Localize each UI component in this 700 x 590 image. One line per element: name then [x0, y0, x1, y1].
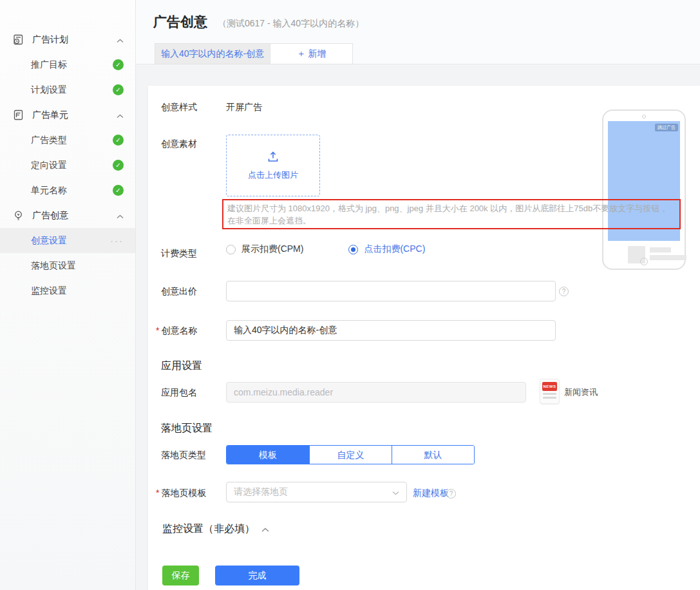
app-name-label: 新闻资讯	[564, 386, 598, 398]
sidebar-item-unit-name[interactable]: 单元名称 ✓	[0, 178, 135, 203]
landing-type-segmented: 模板 自定义 默认	[226, 445, 475, 464]
creative-form-card: 跳过广告 创意样式 开屏广告 创意素材 点击上传图片 建议图片尺寸为 1080x…	[148, 86, 700, 590]
page-header: 广告创意 （测试0617 - 输入40字以内的名称）	[153, 13, 364, 31]
radio-cpm-label: 展示扣费(CPM)	[241, 243, 303, 255]
upload-label: 点击上传图片	[248, 169, 298, 181]
sidebar-group-label: 广告创意	[32, 210, 68, 222]
package-input	[226, 382, 526, 403]
check-icon: ✓	[113, 84, 124, 95]
sidebar-item-label: 单元名称	[31, 185, 67, 196]
billing-type-label: 计费类型	[161, 248, 197, 260]
app-icon-line	[543, 397, 556, 399]
chevron-up-icon	[117, 110, 124, 120]
help-icon[interactable]: ?	[446, 489, 456, 499]
radio-cpc-label: 点击扣费(CPC)	[364, 243, 425, 255]
app-section-title: 应用设置	[161, 359, 202, 373]
phone-text-placeholder	[650, 255, 686, 260]
app-news-icon: NEWS	[540, 379, 560, 404]
chevron-up-icon	[261, 524, 269, 535]
phone-text-placeholder	[650, 247, 671, 252]
sidebar-item-plan-settings[interactable]: 计划设置 ✓	[0, 77, 135, 102]
required-mark: *	[156, 325, 159, 336]
tab-creative-name[interactable]: 输入40字以内的名称-创意	[155, 43, 270, 64]
sidebar-item-promotion-goal[interactable]: 推广目标 ✓	[0, 52, 135, 77]
billing-type-options: 展示扣费(CPM) 点击扣费(CPC)	[226, 243, 425, 255]
sidebar-item-label: 推广目标	[31, 59, 67, 71]
landing-type-default-button[interactable]: 默认	[392, 446, 474, 464]
help-icon[interactable]: ?	[559, 287, 569, 296]
sidebar-item-ad-type[interactable]: 广告类型 ✓	[0, 128, 135, 153]
creative-bid-input[interactable]	[226, 281, 556, 301]
sidebar-group-label: 广告单元	[32, 109, 68, 121]
landing-section-title: 落地页设置	[161, 422, 213, 435]
creative-name-label: *创意名称	[156, 325, 197, 337]
more-actions-icon[interactable]: ···	[110, 235, 124, 246]
landing-type-custom-button[interactable]: 自定义	[309, 446, 392, 464]
landing-type-label: 落地页类型	[161, 450, 206, 461]
check-icon: ✓	[113, 59, 124, 70]
unit-icon	[12, 109, 24, 122]
sidebar-item-targeting[interactable]: 定向设置 ✓	[0, 153, 135, 178]
save-button[interactable]: 保存	[162, 566, 199, 585]
creative-style-value: 开屏广告	[226, 102, 262, 113]
page: 广告计划 推广目标 ✓ 计划设置 ✓ 广告单元	[0, 0, 700, 590]
done-button[interactable]: 完成	[215, 566, 299, 585]
check-icon: ✓	[113, 160, 124, 171]
tab-add-new[interactable]: ＋ 新增	[270, 43, 353, 64]
required-mark: *	[156, 488, 159, 498]
upload-image-button[interactable]: 点击上传图片	[226, 135, 320, 196]
sidebar-group-label: 广告计划	[32, 34, 68, 46]
creative-material-label: 创意素材	[161, 138, 197, 150]
radio-circle-checked-icon	[348, 245, 358, 254]
creative-name-input[interactable]	[226, 320, 556, 341]
tab-add-label: 新增	[308, 48, 326, 59]
chevron-down-icon	[392, 487, 399, 497]
plan-icon	[12, 33, 24, 46]
sidebar: 广告计划 推广目标 ✓ 计划设置 ✓ 广告单元	[0, 0, 136, 590]
select-placeholder: 请选择落地页	[234, 486, 392, 498]
phone-preview: 跳过广告	[602, 109, 686, 270]
annotation-highlight: 建议图片尺寸为 1080x1920，格式为 jpg、png、jpeg 并且大小在…	[222, 199, 681, 229]
radio-cpm[interactable]: 展示扣费(CPM)	[226, 243, 303, 255]
check-icon: ✓	[113, 185, 124, 196]
sidebar-item-label: 计划设置	[31, 84, 67, 96]
app-icon-line	[543, 393, 556, 395]
app-icon-banner: NEWS	[542, 382, 557, 391]
phone-camera-dot	[642, 115, 646, 119]
sidebar-item-monitor-settings[interactable]: 监控设置	[0, 278, 135, 303]
chevron-up-icon	[117, 211, 124, 221]
creative-style-label: 创意样式	[161, 102, 197, 113]
monitor-section-header[interactable]: 监控设置（非必填）	[162, 522, 269, 536]
creative-bid-label: 创意出价	[161, 286, 197, 298]
new-template-link[interactable]: 新建模板	[413, 488, 449, 499]
package-label: 应用包名	[161, 387, 197, 399]
radio-circle-icon	[226, 245, 236, 254]
sidebar-group-ad-creative[interactable]: 广告创意	[0, 203, 135, 228]
plus-icon: ＋	[297, 48, 306, 59]
check-icon: ✓	[113, 135, 124, 146]
material-hint-text: 建议图片尺寸为 1080x1920，格式为 jpg、png、jpeg 并且大小在…	[227, 204, 668, 225]
landing-template-select[interactable]: 请选择落地页	[226, 482, 407, 502]
sidebar-item-creative-settings[interactable]: 创意设置 ···	[0, 228, 135, 253]
sidebar-group-ad-plan[interactable]: 广告计划	[0, 27, 135, 52]
chevron-up-icon	[117, 35, 124, 45]
sidebar-item-label: 创意设置	[31, 235, 67, 247]
sidebar-item-label: 监控设置	[31, 285, 67, 297]
radio-cpc[interactable]: 点击扣费(CPC)	[348, 243, 425, 255]
skip-ad-badge: 跳过广告	[655, 124, 678, 131]
phone-home-button	[640, 258, 648, 265]
upload-icon	[267, 150, 279, 165]
monitor-section-title: 监控设置（非必填）	[162, 522, 255, 536]
idea-icon	[12, 209, 24, 222]
landing-type-template-button[interactable]: 模板	[227, 446, 309, 464]
sidebar-item-label: 广告类型	[31, 135, 67, 146]
creative-tabs: 输入40字以内的名称-创意 ＋ 新增	[155, 43, 353, 64]
sidebar-item-landing-settings[interactable]: 落地页设置	[0, 253, 135, 278]
page-title: 广告创意	[153, 13, 207, 31]
sidebar-item-label: 落地页设置	[31, 260, 76, 272]
landing-template-label: *落地页模板	[156, 488, 206, 499]
sidebar-group-ad-unit[interactable]: 广告单元	[0, 102, 135, 128]
sidebar-item-label: 定向设置	[31, 160, 67, 171]
page-subtitle: （测试0617 - 输入40字以内的名称）	[218, 18, 364, 30]
